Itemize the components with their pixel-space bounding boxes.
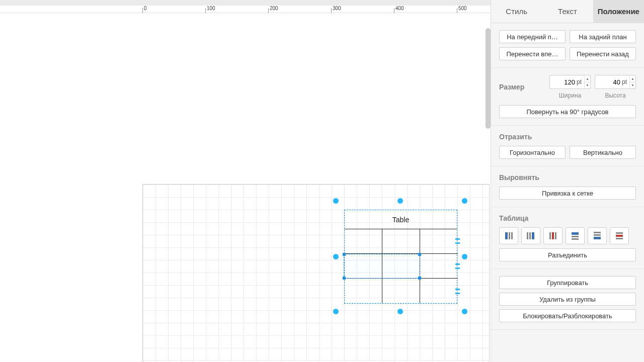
svg-rect-14 (594, 237, 601, 239)
resize-handle[interactable] (462, 254, 467, 259)
svg-rect-1 (509, 232, 510, 239)
vertical-scrollbar[interactable] (486, 28, 491, 129)
spinner-down-icon[interactable]: ▼ (585, 82, 590, 89)
resize-handle[interactable] (333, 309, 339, 314)
delete-column-button[interactable] (543, 227, 562, 244)
row-divider-handle[interactable] (455, 263, 460, 269)
flip-vertical-button[interactable]: Вертикально (570, 146, 636, 159)
insert-column-right-icon (526, 231, 536, 241)
svg-rect-13 (594, 234, 601, 236)
bring-to-front-button[interactable]: На передний п… (499, 30, 566, 43)
rotate-90-button[interactable]: Повернуть на 90° градусов (499, 105, 636, 118)
cell-selection[interactable] (344, 254, 420, 279)
svg-rect-5 (532, 232, 534, 239)
delete-row-button[interactable] (610, 227, 629, 244)
snap-to-grid-button[interactable]: Привязка к сетке (499, 187, 636, 200)
lock-unlock-button[interactable]: Блокировать/Разблокировать (499, 309, 636, 322)
svg-rect-9 (572, 232, 579, 235)
align-label: Выровнять (499, 173, 636, 182)
insert-column-right-button[interactable] (521, 227, 540, 244)
ruler-tick-label: 0 (144, 6, 147, 11)
sidebar-tabs: Стиль Текст Положение (491, 0, 644, 23)
table-cell[interactable] (382, 229, 420, 254)
unit-label: pt (577, 78, 582, 85)
spinner-up-icon[interactable]: ▲ (585, 75, 590, 82)
resize-handle[interactable] (397, 198, 403, 204)
bring-forward-button[interactable]: Перенести впе… (499, 47, 566, 60)
svg-rect-11 (572, 238, 579, 240)
svg-rect-16 (616, 235, 623, 237)
ruler-tick-label: 300 (333, 6, 341, 11)
selection-corner-handle[interactable] (418, 277, 421, 280)
svg-rect-6 (549, 232, 551, 239)
width-field[interactable] (550, 78, 576, 86)
table-cell[interactable] (345, 279, 382, 303)
insert-row-above-button[interactable] (566, 227, 585, 244)
canvas-viewport[interactable]: Table (0, 13, 491, 362)
send-backward-button[interactable]: Перенести назад (570, 47, 636, 60)
table-cell[interactable] (345, 229, 382, 254)
insert-column-left-button[interactable] (499, 227, 518, 244)
height-input[interactable]: pt ▲▼ (595, 75, 636, 89)
delete-row-icon (614, 231, 624, 241)
row-divider-handle[interactable] (455, 289, 460, 294)
table-cell[interactable] (420, 229, 458, 254)
unit-label: pt (622, 78, 627, 85)
tab-style[interactable]: Стиль (491, 0, 542, 23)
resize-handle[interactable] (397, 309, 403, 314)
canvas-area: 0 100 200 300 400 500 Table (0, 0, 491, 362)
svg-rect-15 (616, 232, 623, 234)
width-label: Ширина (559, 92, 581, 99)
row-divider-handle[interactable] (455, 238, 460, 244)
resize-handle[interactable] (333, 198, 339, 204)
panel-align: Выровнять Привязка к сетке (491, 166, 644, 207)
insert-column-left-icon (504, 231, 514, 241)
svg-rect-17 (616, 238, 623, 239)
panel-table: Таблица Разъединить (491, 207, 644, 269)
svg-rect-0 (505, 232, 508, 239)
insert-row-above-icon (570, 231, 580, 241)
table-cell[interactable] (420, 279, 458, 303)
panel-zorder: На передний п… На задний план Перенести … (491, 23, 644, 68)
split-cells-button[interactable]: Разъединить (499, 248, 636, 261)
selection-corner-handle[interactable] (418, 253, 421, 256)
svg-rect-4 (529, 232, 531, 239)
svg-rect-2 (511, 232, 513, 239)
ungroup-button[interactable]: Удалить из группы (499, 293, 636, 306)
page[interactable]: Table (142, 184, 490, 362)
flip-label: Отразить (499, 133, 636, 141)
svg-rect-8 (555, 232, 556, 239)
resize-handle[interactable] (462, 198, 467, 204)
panel-group: Группировать Удалить из группы Блокирова… (491, 269, 644, 330)
delete-column-icon (548, 231, 558, 241)
selection-corner-handle[interactable] (343, 253, 346, 256)
svg-rect-10 (572, 236, 579, 237)
height-field[interactable] (595, 78, 621, 86)
height-label: Высота (605, 92, 625, 99)
svg-rect-7 (552, 232, 554, 239)
ruler-tick-label: 100 (207, 6, 215, 11)
table-cell[interactable] (420, 254, 458, 279)
width-spinner[interactable]: ▲▼ (584, 75, 590, 88)
horizontal-ruler: 0 100 200 300 400 500 (0, 6, 491, 13)
table-cell[interactable] (382, 279, 420, 303)
spinner-up-icon[interactable]: ▲ (630, 75, 635, 82)
resize-handle[interactable] (333, 254, 339, 259)
spinner-down-icon[interactable]: ▼ (630, 82, 635, 89)
selection-corner-handle[interactable] (343, 277, 346, 280)
svg-rect-3 (527, 232, 528, 239)
insert-row-below-icon (592, 231, 602, 241)
panel-size: Размер pt ▲▼ Ширина pt (491, 68, 644, 126)
tab-position[interactable]: Положение (593, 0, 644, 23)
width-input[interactable]: pt ▲▼ (549, 75, 591, 89)
flip-horizontal-button[interactable]: Горизонтально (499, 146, 566, 159)
insert-row-below-button[interactable] (588, 227, 607, 244)
height-spinner[interactable]: ▲▼ (629, 75, 635, 88)
resize-handle[interactable] (462, 309, 467, 314)
group-button[interactable]: Группировать (499, 276, 636, 289)
send-to-back-button[interactable]: На задний план (570, 30, 636, 43)
tab-text[interactable]: Текст (542, 0, 593, 23)
properties-sidebar: Стиль Текст Положение На передний п… На … (491, 0, 644, 362)
table-title-cell[interactable]: Table (345, 210, 457, 229)
ruler-tick-label: 500 (458, 6, 467, 11)
